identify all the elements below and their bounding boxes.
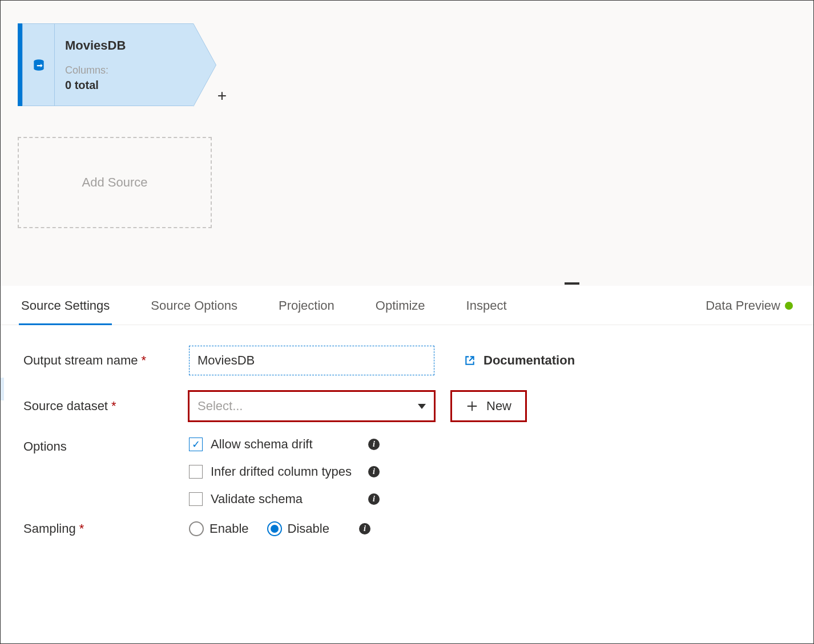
required-indicator: * [111,399,116,414]
node-accent-bar [18,23,22,106]
sampling-enable-radio[interactable]: Enable [189,521,249,536]
tab-optimize[interactable]: Optimize [373,286,428,325]
settings-panel: Output stream name * Documentation Sourc… [1,325,813,572]
source-dataset-select[interactable]: Select... [189,391,434,421]
tab-data-preview[interactable]: Data Preview [703,286,795,325]
info-icon[interactable]: i [368,439,380,450]
radio-icon [189,521,204,536]
info-icon[interactable]: i [359,523,370,534]
tab-inspect[interactable]: Inspect [464,286,509,325]
required-indicator: * [142,353,147,368]
sampling-disable-radio[interactable]: Disable [267,521,329,536]
tab-source-settings[interactable]: Source Settings [19,286,112,325]
panel-left-accent [1,378,4,400]
checkbox-icon [189,492,203,506]
checkbox-icon [189,465,203,479]
checkbox-icon: ✓ [189,438,203,451]
source-columns-label: Columns: [65,64,183,76]
output-stream-label: Output stream name * [23,353,189,368]
new-button[interactable]: New [450,390,527,422]
tab-source-options[interactable]: Source Options [148,286,240,325]
chevron-down-icon [418,404,426,409]
status-dot-icon [785,302,793,310]
external-link-icon [464,355,475,366]
add-source-button[interactable]: Add Source [18,137,212,228]
source-node-title: MoviesDB [65,38,183,53]
tabs-bar: Source Settings Source Options Projectio… [1,286,813,325]
option-allow-schema-drift[interactable]: ✓ Allow schema drift i [189,437,380,452]
info-icon[interactable]: i [368,466,380,477]
options-label: Options [23,437,189,454]
option-validate-schema[interactable]: Validate schema i [189,492,380,507]
info-icon[interactable]: i [368,493,380,505]
documentation-link[interactable]: Documentation [464,353,575,368]
radio-icon [267,521,282,536]
add-connector-icon[interactable]: + [217,87,227,105]
source-dataset-label: Source dataset * [23,399,189,414]
source-columns-count: 0 total [65,79,183,92]
sampling-label: Sampling * [23,521,189,536]
canvas-area[interactable]: MoviesDB Columns: 0 total + Add Source [1,1,813,286]
output-stream-input[interactable] [189,346,434,375]
source-type-icon [23,24,55,106]
source-node[interactable]: MoviesDB Columns: 0 total + [18,23,194,106]
resize-handle[interactable] [565,282,579,285]
required-indicator: * [79,521,84,536]
plus-icon [466,400,478,412]
tab-projection[interactable]: Projection [276,286,337,325]
option-infer-drifted-types[interactable]: Infer drifted column types i [189,464,380,479]
add-source-label: Add Source [82,175,148,190]
